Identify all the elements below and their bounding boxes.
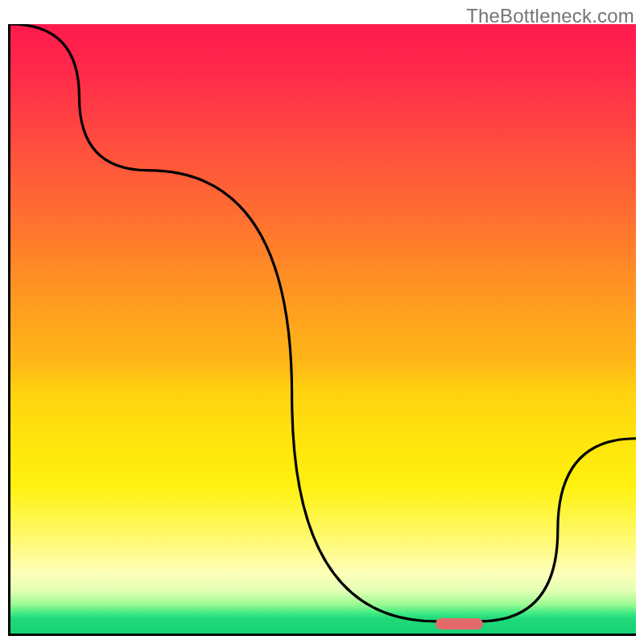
chart-frame	[8, 24, 636, 636]
bottleneck-curve	[10, 24, 636, 634]
plot-area	[8, 24, 636, 636]
optimal-point-marker	[436, 618, 483, 630]
